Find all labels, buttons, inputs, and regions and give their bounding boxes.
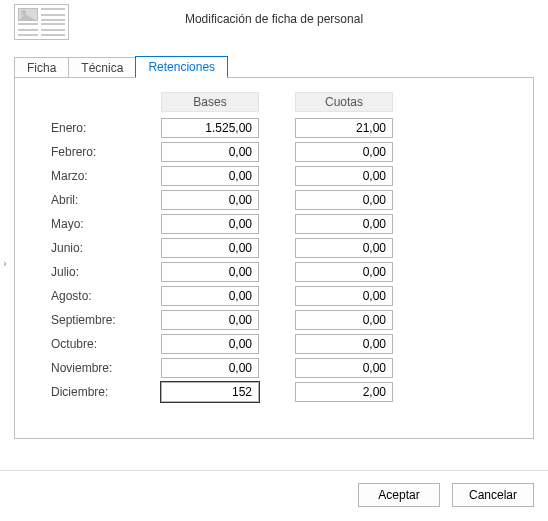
- month-row: Diciembre:: [51, 382, 497, 402]
- month-row: Septiembre:: [51, 310, 497, 330]
- tab-bar: Ficha Técnica Retenciones: [14, 56, 227, 78]
- cuotas-input[interactable]: [295, 310, 393, 330]
- month-row: Junio:: [51, 238, 497, 258]
- month-label: Octubre:: [51, 337, 161, 351]
- month-label: Abril:: [51, 193, 161, 207]
- month-row: Mayo:: [51, 214, 497, 234]
- month-row: Enero:: [51, 118, 497, 138]
- cuotas-input[interactable]: [295, 214, 393, 234]
- month-row: Octubre:: [51, 334, 497, 354]
- tab-retenciones[interactable]: Retenciones: [135, 56, 228, 78]
- bases-input[interactable]: [161, 166, 259, 186]
- bases-input[interactable]: [161, 238, 259, 258]
- cuotas-input[interactable]: [295, 166, 393, 186]
- tab-ficha[interactable]: Ficha: [14, 57, 69, 78]
- cuotas-input[interactable]: [295, 190, 393, 210]
- cuotas-input[interactable]: [295, 334, 393, 354]
- cuotas-input[interactable]: [295, 142, 393, 162]
- month-label: Febrero:: [51, 145, 161, 159]
- column-headers: Bases Cuotas: [51, 92, 497, 112]
- month-label: Septiembre:: [51, 313, 161, 327]
- month-label: Junio:: [51, 241, 161, 255]
- month-row: Febrero:: [51, 142, 497, 162]
- bases-input[interactable]: [161, 286, 259, 306]
- retenciones-panel: Bases Cuotas Enero:Febrero:Marzo:Abril:M…: [14, 77, 534, 439]
- bases-input[interactable]: [161, 358, 259, 378]
- cancel-button[interactable]: Cancelar: [452, 483, 534, 507]
- column-header-bases: Bases: [161, 92, 259, 112]
- month-label: Enero:: [51, 121, 161, 135]
- dialog-title: Modificación de ficha de personal: [0, 12, 548, 26]
- tab-tecnica[interactable]: Técnica: [68, 57, 136, 78]
- dialog-buttons: Aceptar Cancelar: [358, 483, 534, 507]
- column-header-cuotas: Cuotas: [295, 92, 393, 112]
- separator: [0, 470, 548, 471]
- bases-input[interactable]: [161, 190, 259, 210]
- cuotas-input[interactable]: [295, 238, 393, 258]
- month-row: Noviembre:: [51, 358, 497, 378]
- cuotas-input[interactable]: [295, 118, 393, 138]
- accept-button[interactable]: Aceptar: [358, 483, 440, 507]
- month-row: Abril:: [51, 190, 497, 210]
- bases-input[interactable]: [161, 310, 259, 330]
- expand-handle[interactable]: ›: [0, 253, 10, 273]
- month-row: Julio:: [51, 262, 497, 282]
- bases-input[interactable]: [161, 142, 259, 162]
- month-label: Diciembre:: [51, 385, 161, 399]
- cuotas-input[interactable]: [295, 382, 393, 402]
- month-label: Marzo:: [51, 169, 161, 183]
- bases-input[interactable]: [161, 334, 259, 354]
- month-label: Agosto:: [51, 289, 161, 303]
- cuotas-input[interactable]: [295, 358, 393, 378]
- bases-input[interactable]: [161, 214, 259, 234]
- month-label: Noviembre:: [51, 361, 161, 375]
- bases-input[interactable]: [161, 262, 259, 282]
- cuotas-input[interactable]: [295, 286, 393, 306]
- month-label: Mayo:: [51, 217, 161, 231]
- cuotas-input[interactable]: [295, 262, 393, 282]
- month-label: Julio:: [51, 265, 161, 279]
- month-row: Agosto:: [51, 286, 497, 306]
- month-row: Marzo:: [51, 166, 497, 186]
- bases-input[interactable]: [161, 118, 259, 138]
- bases-input[interactable]: [161, 382, 259, 402]
